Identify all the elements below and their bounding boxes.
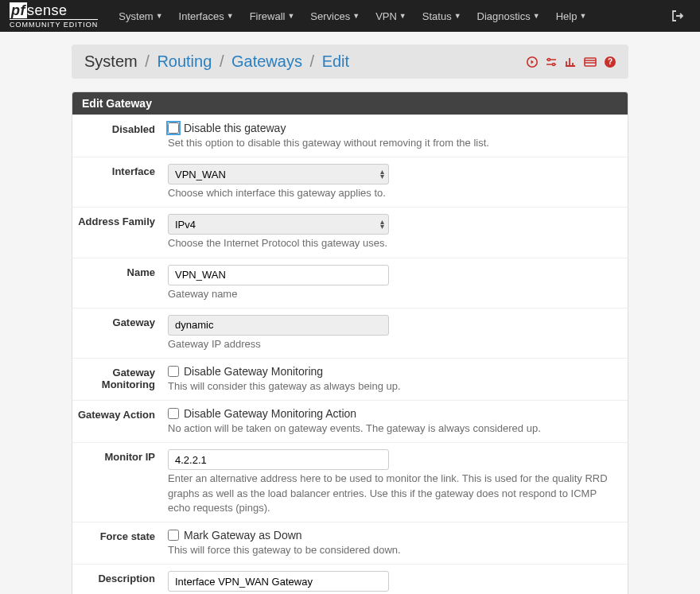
help-icon[interactable]: ? bbox=[605, 56, 616, 68]
logout-icon[interactable] bbox=[665, 4, 690, 28]
monitor-ip-input[interactable] bbox=[168, 449, 389, 470]
name-input[interactable] bbox=[168, 265, 389, 285]
breadcrumb-routing[interactable]: Routing bbox=[157, 52, 212, 70]
nav-help[interactable]: Help▼ bbox=[550, 4, 593, 29]
gateway-input[interactable] bbox=[168, 315, 389, 336]
gateway-help: Gateway IP address bbox=[168, 337, 616, 351]
action-check-label: Disable Gateway Monitoring Action bbox=[184, 407, 356, 420]
svg-rect-3 bbox=[585, 58, 596, 66]
label-monitoring: Gateway Monitoring bbox=[72, 365, 168, 394]
action-help: No action will be taken on gateway event… bbox=[168, 421, 616, 436]
nav-services[interactable]: Services▼ bbox=[304, 4, 366, 29]
force-state-check-label: Mark Gateway as Down bbox=[184, 529, 302, 542]
label-address-family: Address Family bbox=[72, 214, 168, 250]
nav-status[interactable]: Status▼ bbox=[416, 4, 468, 29]
label-description: Description bbox=[72, 571, 168, 594]
nav-vpn[interactable]: VPN▼ bbox=[369, 4, 413, 29]
nav-menu: System▼ Interfaces▼ Firewall▼ Services▼ … bbox=[112, 4, 665, 29]
nav-interfaces[interactable]: Interfaces▼ bbox=[173, 4, 240, 29]
disabled-check-label: Disable this gateway bbox=[184, 122, 286, 134]
interface-help: Choose which interface this gateway appl… bbox=[168, 186, 616, 200]
monitoring-check-label: Disable Gateway Monitoring bbox=[184, 365, 323, 378]
logo[interactable]: pfsense COMMUNITY EDITION bbox=[10, 3, 98, 29]
disabled-checkbox[interactable] bbox=[168, 122, 179, 134]
label-interface: Interface bbox=[72, 164, 168, 200]
monitoring-help: This will consider this gateway as alway… bbox=[168, 379, 616, 394]
svg-point-1 bbox=[548, 58, 550, 60]
log-icon[interactable] bbox=[584, 57, 597, 67]
disabled-help: Set this option to disable this gateway … bbox=[168, 136, 616, 150]
description-input[interactable] bbox=[168, 571, 389, 592]
svg-point-2 bbox=[553, 63, 555, 65]
service-status-icon[interactable] bbox=[527, 56, 538, 68]
label-name: Name bbox=[72, 265, 168, 301]
breadcrumb-edit[interactable]: Edit bbox=[322, 52, 349, 70]
label-monitor-ip: Monitor IP bbox=[72, 449, 168, 515]
top-navbar: pfsense COMMUNITY EDITION System▼ Interf… bbox=[0, 0, 700, 32]
monitor-ip-help: Enter an alternative address here to be … bbox=[168, 472, 616, 515]
nav-firewall[interactable]: Firewall▼ bbox=[243, 4, 301, 29]
graph-icon[interactable] bbox=[565, 56, 576, 68]
interface-select[interactable]: VPN_WAN bbox=[168, 164, 389, 184]
label-gateway: Gateway bbox=[72, 315, 168, 351]
address-family-select[interactable]: IPv4 bbox=[168, 214, 389, 235]
action-checkbox[interactable] bbox=[168, 408, 179, 419]
svg-text:?: ? bbox=[608, 57, 612, 66]
label-action: Gateway Action bbox=[72, 407, 168, 436]
monitoring-checkbox[interactable] bbox=[168, 366, 179, 377]
breadcrumb-bar: System / Routing / Gateways / Edit ? bbox=[72, 45, 628, 79]
nav-system[interactable]: System▼ bbox=[112, 4, 169, 29]
panel-title: Edit Gateway bbox=[72, 92, 628, 115]
label-disabled: Disabled bbox=[72, 122, 168, 150]
breadcrumb-gateways[interactable]: Gateways bbox=[231, 52, 302, 70]
force-state-checkbox[interactable] bbox=[168, 530, 179, 541]
breadcrumb-root: System bbox=[84, 52, 138, 70]
force-state-help: This will force this gateway to be consi… bbox=[168, 543, 616, 557]
logo-subtitle: COMMUNITY EDITION bbox=[10, 19, 98, 29]
nav-diagnostics[interactable]: Diagnostics▼ bbox=[471, 4, 546, 29]
name-help: Gateway name bbox=[168, 287, 616, 301]
breadcrumb: System / Routing / Gateways / Edit bbox=[84, 52, 527, 71]
edit-gateway-panel: Edit Gateway Disabled Disable this gatew… bbox=[72, 91, 628, 594]
label-force-state: Force state bbox=[72, 529, 168, 557]
settings-icon[interactable] bbox=[546, 56, 557, 68]
address-family-help: Choose the Internet Protocol this gatewa… bbox=[168, 236, 616, 250]
